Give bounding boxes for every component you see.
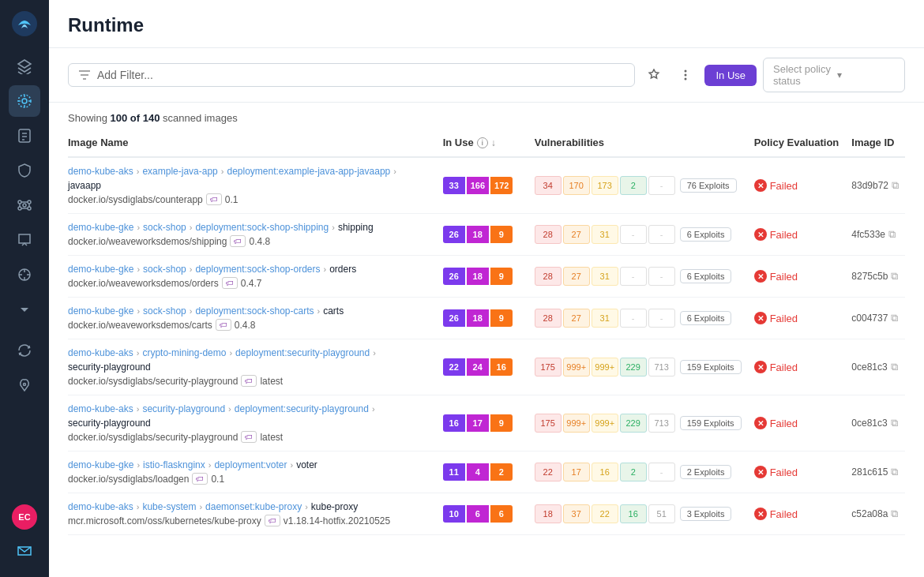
policy-status-select[interactable]: Select policy status ▾ <box>763 58 905 92</box>
path-item[interactable]: shipping <box>338 222 374 233</box>
user-avatar[interactable]: EC <box>12 504 37 530</box>
path-item[interactable]: demo-kube-aks <box>68 347 133 358</box>
path-item[interactable]: demo-kube-gke <box>68 222 133 233</box>
table-row[interactable]: demo-kube-gke›istio-flasknginx›deploymen… <box>68 451 905 493</box>
path-item[interactable]: demo-kube-gke <box>68 264 133 275</box>
sidebar-item-rocket[interactable] <box>9 369 40 401</box>
path-item[interactable]: deployment:voter <box>214 459 287 470</box>
image-id-value[interactable]: 8275c5b <box>851 271 888 282</box>
path-item[interactable]: crypto-mining-demo <box>142 347 226 358</box>
sidebar-item-shield[interactable] <box>9 155 40 186</box>
tag-value[interactable]: 0.4.8 <box>249 236 270 247</box>
tag-value[interactable]: latest <box>260 376 283 387</box>
table-row[interactable]: demo-kube-aks›security-playground›deploy… <box>68 395 905 451</box>
path-item[interactable]: demo-kube-gke <box>68 305 133 317</box>
path-item[interactable]: kube-proxy <box>311 501 358 512</box>
tag-value[interactable]: v1.18.14-hotfix.20210525 <box>284 515 390 526</box>
sidebar-item-scan[interactable] <box>9 259 40 290</box>
sidebar-item-compliance[interactable] <box>9 120 40 152</box>
tag-value[interactable]: latest <box>260 432 283 443</box>
table-row[interactable]: demo-kube-aks›kube-system›daemonset:kube… <box>68 493 905 535</box>
tag-value[interactable]: 0.4.8 <box>235 320 256 331</box>
sidebar-item-chat[interactable] <box>9 224 40 256</box>
table-row[interactable]: demo-kube-gke›sock-shop›deployment:sock-… <box>68 214 905 256</box>
path-item[interactable]: deployment:sock-shop-orders <box>195 264 320 275</box>
table-row[interactable]: demo-kube-aks›example-java-app›deploymen… <box>68 157 905 214</box>
sidebar-item-layers[interactable] <box>9 51 40 82</box>
sidebar-item-messages[interactable] <box>9 536 40 568</box>
sidebar-item-graph[interactable] <box>9 189 40 221</box>
table-row[interactable]: demo-kube-aks›crypto-mining-demo›deploym… <box>68 339 905 395</box>
path-item[interactable]: security-playground <box>142 403 225 414</box>
repo-name[interactable]: docker.io/weaveworksdemos/shipping <box>68 236 227 247</box>
path-item[interactable]: demo-kube-aks <box>68 501 133 512</box>
policy-label: Failed <box>770 362 798 373</box>
path-item[interactable]: example-java-app <box>142 166 217 177</box>
path-item[interactable]: security-playground <box>68 418 151 429</box>
image-id-value[interactable]: 0ce81c3 <box>851 362 887 373</box>
image-id-value[interactable]: 281c615 <box>851 466 888 478</box>
path-item[interactable]: deployment:security-playground <box>235 403 369 414</box>
copy-icon[interactable]: ⧉ <box>891 361 898 373</box>
repo-name[interactable]: docker.io/sysdiglabs/security-playground <box>68 376 238 387</box>
in-use-info-icon[interactable]: i <box>477 137 488 148</box>
path-item[interactable]: security-playground <box>68 362 151 373</box>
path-item[interactable]: daemonset:kube-proxy <box>205 501 302 512</box>
tag-value[interactable]: 0.1 <box>211 474 224 485</box>
table-row[interactable]: demo-kube-gke›sock-shop›deployment:sock-… <box>68 298 905 339</box>
path-item[interactable]: deployment:example-java-app-javaapp <box>227 166 390 177</box>
app-logo[interactable] <box>10 9 39 38</box>
repo-name[interactable]: docker.io/weaveworksdemos/carts <box>68 320 212 331</box>
path-item[interactable]: kube-system <box>142 501 196 512</box>
repo-name[interactable]: docker.io/sysdiglabs/loadgen <box>68 474 189 485</box>
image-id-value[interactable]: 4fc533e <box>851 229 885 240</box>
tag-value[interactable]: 0.4.7 <box>241 278 262 289</box>
path-item[interactable]: orders <box>329 264 356 275</box>
sidebar-item-runtime[interactable] <box>9 85 40 117</box>
path-item[interactable]: deployment:sock-shop-shipping <box>195 222 329 233</box>
image-id-value[interactable]: 0ce81c3 <box>851 418 887 429</box>
path-item[interactable]: deployment:sock-shop-carts <box>195 305 314 317</box>
copy-icon[interactable]: ⧉ <box>891 466 898 478</box>
copy-icon[interactable]: ⧉ <box>891 270 898 283</box>
copy-icon[interactable]: ⧉ <box>891 508 898 520</box>
path-item[interactable]: voter <box>296 459 317 470</box>
star-button[interactable] <box>641 62 667 88</box>
vulnerabilities-cell: 282731--6 Exploits <box>528 214 748 256</box>
policy-status: ✕ Failed <box>754 312 839 324</box>
copy-icon[interactable]: ⧉ <box>892 179 899 192</box>
path-item[interactable]: javaapp <box>68 180 101 191</box>
copy-icon[interactable]: ⧉ <box>888 228 896 241</box>
more-options-button[interactable] <box>673 62 698 88</box>
tag-dot: 🏷 <box>241 375 257 387</box>
path-item[interactable]: carts <box>323 305 344 317</box>
path-item[interactable]: demo-kube-gke <box>68 459 133 470</box>
path-item[interactable]: demo-kube-aks <box>68 403 133 414</box>
in-use-button[interactable]: In Use <box>704 65 757 86</box>
repo-name[interactable]: mcr.microsoft.com/oss/kubernetes/kube-pr… <box>68 515 261 526</box>
sidebar-item-expand[interactable] <box>9 294 40 325</box>
sidebar-item-refresh[interactable] <box>9 335 40 366</box>
image-id-value[interactable]: c52a08a <box>851 508 888 519</box>
repo-name[interactable]: docker.io/sysdiglabs/security-playground <box>68 432 238 443</box>
policy-label: Failed <box>770 271 798 283</box>
path-item[interactable]: istio-flasknginx <box>143 459 205 470</box>
repo-name[interactable]: docker.io/sysdiglabs/counterapp <box>68 194 203 205</box>
copy-icon[interactable]: ⧉ <box>891 417 898 429</box>
tag-value[interactable]: 0.1 <box>225 194 239 205</box>
repo-name[interactable]: docker.io/weaveworksdemos/orders <box>68 278 219 289</box>
filter-bar[interactable]: Add Filter... <box>68 63 635 87</box>
table-row[interactable]: demo-kube-gke›sock-shop›deployment:sock-… <box>68 256 905 298</box>
image-id-value[interactable]: 83d9b72 <box>851 180 888 191</box>
image-id-value[interactable]: c004737 <box>851 313 888 324</box>
path-item[interactable]: sock-shop <box>143 264 186 275</box>
path-item[interactable]: sock-shop <box>143 222 186 233</box>
sort-icon[interactable]: ↓ <box>491 137 496 148</box>
policy-status: ✕ Failed <box>754 508 839 520</box>
image-repo: mcr.microsoft.com/oss/kubernetes/kube-pr… <box>68 515 430 526</box>
path-item[interactable]: sock-shop <box>143 305 186 317</box>
path-item[interactable]: demo-kube-aks <box>68 166 133 177</box>
path-item[interactable]: deployment:security-playground <box>235 347 370 358</box>
failed-icon: ✕ <box>754 508 767 520</box>
copy-icon[interactable]: ⧉ <box>891 312 898 324</box>
